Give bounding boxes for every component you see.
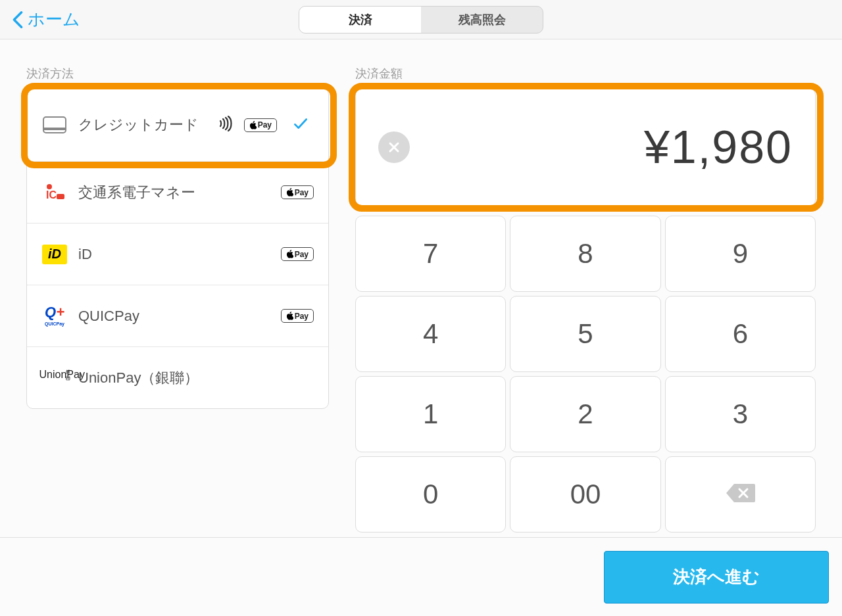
apple-icon: [286, 188, 293, 197]
clear-button[interactable]: [378, 131, 410, 163]
key-7-label: 7: [423, 238, 438, 270]
close-icon: [387, 141, 401, 154]
key-8-label: 8: [578, 238, 593, 270]
key-5-label: 5: [578, 318, 593, 350]
proceed-label: 決済へ進む: [673, 565, 760, 588]
applepay-text: Pay: [295, 250, 309, 258]
method-unionpay-label: UnionPay（銀聯）: [78, 368, 199, 388]
key-backspace[interactable]: [665, 456, 816, 533]
amount-value: ¥1,980: [644, 121, 793, 174]
key-0-label: 0: [423, 479, 438, 510]
method-ic-label: 交通系電子マネー: [78, 183, 195, 202]
key-9[interactable]: 9: [665, 216, 816, 292]
payment-method-list: クレジットカード Pay IC: [26, 88, 329, 409]
contactless-icon: [218, 116, 234, 134]
method-transit-ic[interactable]: IC 交通系電子マネー Pay: [27, 161, 328, 223]
applepay-badge: Pay: [281, 247, 314, 261]
method-id[interactable]: iD iD Pay: [27, 223, 328, 285]
key-7[interactable]: 7: [355, 216, 506, 292]
key-6[interactable]: 6: [665, 296, 816, 372]
method-section-label: 決済方法: [26, 66, 329, 82]
keypad: 7 8 9 4 5 6 1 2 3 0 00: [355, 216, 816, 533]
applepay-text: Pay: [295, 189, 309, 197]
proceed-button[interactable]: 決済へ進む: [604, 551, 829, 604]
key-3[interactable]: 3: [665, 376, 816, 452]
back-label: ホーム: [28, 8, 80, 31]
quicpay-icon: Q+QUICPay: [41, 305, 68, 327]
unionpay-icon: UnionPay 銀聯: [41, 369, 68, 387]
credit-card-icon: [41, 116, 68, 133]
method-unionpay[interactable]: UnionPay 銀聯 UnionPay（銀聯）: [27, 346, 328, 408]
method-credit-card[interactable]: クレジットカード Pay: [27, 89, 328, 161]
id-icon: iD: [41, 245, 68, 264]
key-2[interactable]: 2: [510, 376, 660, 452]
key-4[interactable]: 4: [355, 296, 506, 372]
chevron-left-icon: [12, 11, 24, 29]
apple-icon: [249, 121, 257, 130]
key-5[interactable]: 5: [510, 296, 660, 372]
ic-icon: IC: [41, 183, 68, 202]
key-00[interactable]: 00: [510, 456, 660, 533]
applepay-text: Pay: [295, 312, 309, 320]
backspace-icon: [725, 479, 755, 510]
key-1[interactable]: 1: [355, 376, 506, 452]
payment-method-column: 決済方法 クレジットカード Pay: [26, 66, 329, 537]
selected-checkmark-icon: [287, 115, 314, 135]
key-00-label: 00: [570, 479, 601, 510]
applepay-badge: Pay: [281, 309, 314, 323]
key-2-label: 2: [578, 398, 593, 430]
key-1-label: 1: [423, 398, 438, 430]
method-quicpay-label: QUICPay: [78, 308, 139, 325]
tab-balance[interactable]: 残高照会: [421, 7, 543, 33]
key-4-label: 4: [423, 318, 438, 350]
tab-payment-label: 決済: [349, 12, 372, 28]
topbar: ホーム 決済 残高照会: [0, 0, 842, 39]
svg-rect-0: [43, 117, 66, 133]
footer: 決済へ進む: [0, 537, 842, 616]
method-quicpay[interactable]: Q+QUICPay QUICPay Pay: [27, 285, 328, 346]
svg-text:IC: IC: [46, 189, 57, 201]
tab-balance-label: 残高照会: [458, 12, 506, 28]
amount-column: 決済金額 ¥1,980 7 8 9 4 5 6 1 2 3 0 00: [355, 66, 816, 537]
svg-point-2: [47, 184, 52, 189]
method-credit-label: クレジットカード: [78, 115, 199, 135]
svg-rect-4: [57, 194, 64, 199]
key-3-label: 3: [733, 398, 748, 430]
svg-rect-1: [43, 128, 66, 130]
key-0[interactable]: 0: [355, 456, 506, 533]
key-9-label: 9: [733, 238, 748, 270]
applepay-text: Pay: [258, 121, 272, 129]
amount-display: ¥1,980: [355, 88, 816, 206]
key-8[interactable]: 8: [510, 216, 660, 292]
amount-section-label: 決済金額: [355, 66, 816, 82]
main: 決済方法 クレジットカード Pay: [0, 39, 842, 537]
back-button[interactable]: ホーム: [12, 8, 80, 31]
method-id-label: iD: [78, 246, 92, 263]
applepay-badge: Pay: [281, 185, 314, 199]
key-6-label: 6: [733, 318, 748, 350]
applepay-badge: Pay: [244, 118, 277, 132]
apple-icon: [286, 312, 293, 320]
apple-icon: [286, 250, 293, 258]
segmented-control: 決済 残高照会: [299, 6, 543, 34]
tab-payment[interactable]: 決済: [299, 7, 421, 33]
